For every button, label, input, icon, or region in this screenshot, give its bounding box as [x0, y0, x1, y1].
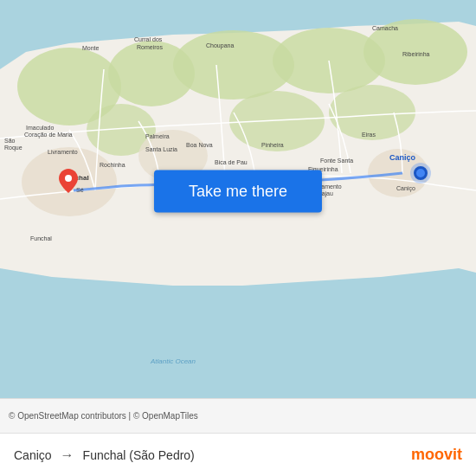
svg-text:Imaculado: Imaculado	[26, 125, 54, 131]
svg-text:Atlantic Ocean: Atlantic Ocean	[150, 357, 196, 365]
svg-text:Palmeira: Palmeira	[145, 133, 170, 139]
origin-dot	[414, 166, 428, 180]
svg-text:Coração de Maria: Coração de Maria	[24, 132, 73, 138]
destination-pin	[59, 169, 78, 193]
attribution-text: © OpenStreetMap contributors | © OpenMap…	[9, 411, 198, 421]
svg-text:Santa Luzia: Santa Luzia	[145, 146, 177, 152]
svg-text:Roque: Roque	[4, 145, 23, 151]
destination-label: Funchal (São Pedro)	[83, 448, 195, 462]
moovit-logo: moovit	[411, 446, 462, 464]
svg-text:Choupana: Choupana	[206, 42, 234, 49]
svg-marker-3	[0, 268, 476, 398]
svg-text:Ribeirinha: Ribeirinha	[402, 51, 430, 57]
origin-label: Caniço	[14, 448, 52, 462]
svg-point-43	[65, 175, 72, 182]
svg-text:Caniço: Caniço	[389, 153, 416, 162]
svg-text:São: São	[4, 138, 16, 144]
svg-text:Romeiros: Romeiros	[137, 44, 163, 50]
svg-text:Pinheira: Pinheira	[261, 142, 284, 148]
take-me-there-button[interactable]: Take me there	[154, 170, 322, 212]
svg-text:Curral dos: Curral dos	[134, 36, 163, 42]
svg-text:Caniço: Caniço	[396, 185, 415, 192]
svg-text:Eiras: Eiras	[362, 132, 376, 138]
svg-text:Camacha: Camacha	[372, 25, 398, 31]
svg-text:Boa Nova: Boa Nova	[186, 142, 213, 148]
footer-bar: Caniço → Funchal (São Pedro) moovit	[0, 433, 476, 476]
svg-text:Rochinha: Rochinha	[100, 162, 125, 168]
svg-text:Funchal: Funchal	[30, 235, 52, 241]
svg-text:Fonte Santa: Fonte Santa	[320, 158, 353, 164]
svg-text:Livramento: Livramento	[48, 149, 78, 155]
attribution-bar: © OpenStreetMap contributors | © OpenMap…	[0, 398, 476, 433]
svg-text:Bica de Pau: Bica de Pau	[215, 159, 248, 165]
svg-text:Monte: Monte	[82, 45, 100, 51]
map-container: Monte Curral dos Romeiros Choupana Camac…	[0, 0, 476, 398]
arrow-icon: →	[61, 447, 74, 463]
